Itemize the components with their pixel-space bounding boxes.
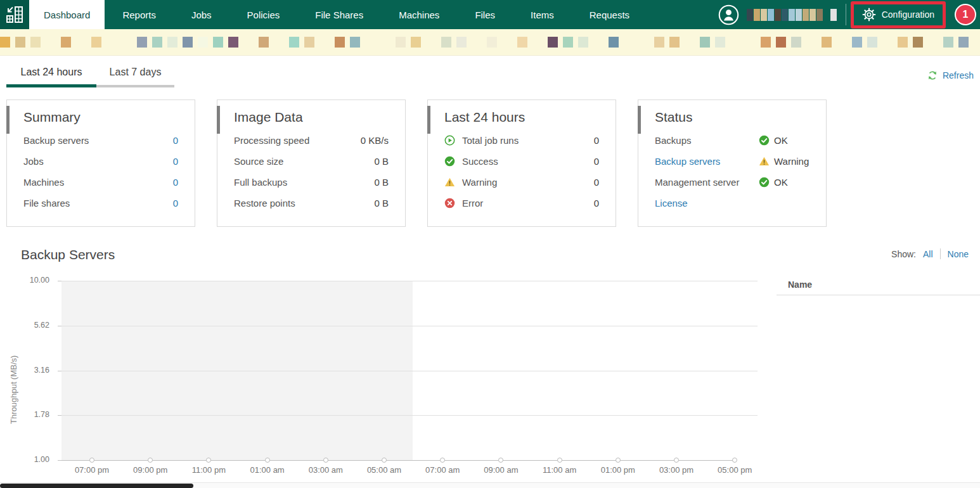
row-value[interactable]: 0 (173, 198, 178, 209)
x-axis-label: 05:00 am (356, 465, 413, 475)
warning-triangle-icon (759, 156, 770, 167)
status-text: Warning (774, 156, 809, 167)
x-axis-line (61, 460, 736, 461)
redacted-username-block (796, 9, 802, 21)
status-text: OK (774, 177, 788, 188)
throughput-chart: Throughput (MB/s) 10.005.623.161.781.000… (0, 276, 773, 485)
status-row-management-server: Management serverOK (638, 172, 826, 193)
redacted-breadcrumb-strip (0, 29, 980, 56)
row-value[interactable]: 0 (173, 156, 178, 167)
tab-last-24-hours[interactable]: Last 24 hours (6, 67, 96, 78)
app-logo-icon (5, 5, 24, 24)
card-title: Status (655, 108, 826, 126)
redacted-strip-block (137, 37, 147, 48)
last-24-hours-row-success: Success0 (428, 151, 616, 172)
app-logo[interactable] (0, 0, 29, 29)
row-value: 0 (594, 198, 599, 209)
redacted-username (747, 9, 837, 21)
redacted-strip-block (213, 37, 223, 48)
redacted-strip-block (350, 37, 360, 48)
x-axis-label: 09:00 pm (122, 465, 179, 475)
horizontal-scrollbar-thumb[interactable] (0, 484, 193, 488)
nav-tabs: DashboardReportsJobsPoliciesFile SharesM… (29, 0, 647, 29)
row-value: 0 B (374, 177, 389, 188)
y-axis-label: 10.00 (11, 276, 49, 285)
redacted-username-block (809, 9, 816, 21)
image-data-row-source-size: Source size0 B (217, 151, 405, 172)
refresh-button[interactable]: Refresh (927, 70, 974, 80)
status-group: OK (759, 135, 788, 146)
data-point-marker (674, 458, 679, 463)
chart-gridline (61, 371, 758, 371)
row-label[interactable]: Backup servers (655, 156, 720, 167)
row-label: Full backups (234, 177, 287, 188)
card-title: Image Data (234, 108, 405, 126)
nav-tab-policies[interactable]: Policies (229, 0, 298, 29)
nav-tab-jobs[interactable]: Jobs (174, 0, 229, 29)
success-circle-icon (444, 156, 455, 167)
image-data-row-processing-speed: Processing speed0 KB/s (217, 130, 405, 151)
redacted-username-block (789, 9, 795, 21)
redacted-strip-block (700, 37, 710, 48)
show-all-link[interactable]: All (923, 249, 933, 259)
row-label: Backups (655, 135, 692, 146)
status-row-backups: BackupsOK (638, 130, 826, 151)
redacted-strip-block (0, 37, 10, 48)
row-label: Management server (655, 177, 739, 188)
row-value: 0 (594, 177, 599, 188)
data-point-marker (440, 458, 445, 463)
y-axis-tick (58, 371, 61, 371)
nav-tab-files[interactable]: Files (457, 0, 513, 29)
x-axis-label: 05:00 pm (706, 465, 763, 475)
row-label: Restore points (234, 198, 295, 209)
row-value: 0 (594, 135, 599, 146)
redacted-strip-block (943, 37, 953, 48)
nav-tab-machines[interactable]: Machines (381, 0, 457, 29)
x-axis-label: 11:00 pm (180, 465, 237, 475)
x-axis-label: 03:00 pm (648, 465, 705, 475)
row-label: Source size (234, 156, 283, 167)
nav-tab-requests[interactable]: Requests (572, 0, 647, 29)
summary-row-machines: Machines0 (7, 172, 195, 193)
success-circle-icon (759, 135, 770, 146)
notification-badge[interactable]: 1 (955, 4, 976, 25)
redacted-strip-block (304, 37, 314, 48)
redacted-strip-block (791, 37, 801, 48)
redacted-strip-block (563, 37, 573, 48)
refresh-icon (927, 70, 938, 80)
chart-gridline (61, 281, 758, 281)
nav-tab-dashboard[interactable]: Dashboard (29, 0, 105, 29)
nav-right: Configuration 1 (718, 0, 980, 29)
row-value: 0 KB/s (361, 135, 389, 146)
x-axis-label: 09:00 am (472, 465, 529, 475)
redacted-strip-block (654, 37, 664, 48)
card-status: StatusBackupsOKBackup serversWarningMana… (638, 100, 827, 227)
data-point-marker (148, 458, 153, 463)
refresh-label: Refresh (943, 70, 974, 80)
row-value: 0 (594, 156, 599, 167)
show-none-link[interactable]: None (948, 249, 969, 259)
horizontal-scrollbar-track[interactable] (0, 482, 980, 488)
redacted-strip-block (289, 37, 299, 48)
redacted-strip-block (411, 37, 421, 48)
nav-tab-items[interactable]: Items (513, 0, 572, 29)
data-point-marker (382, 458, 387, 463)
redacted-strip-block (456, 37, 467, 48)
row-value[interactable]: 0 (173, 135, 178, 146)
x-axis-label: 07:00 pm (63, 465, 120, 475)
nav-tab-file-shares[interactable]: File Shares (297, 0, 381, 29)
tab-last-7-days[interactable]: Last 7 days (103, 67, 168, 78)
last-24-hours-row-total-job-runs: Total job runs0 (428, 130, 616, 151)
card-last-24-hours: Last 24 hoursTotal job runs0Success0Warn… (427, 100, 616, 227)
y-axis-label: 1.78 (11, 410, 49, 419)
row-value: 0 B (374, 156, 389, 167)
nav-tab-reports[interactable]: Reports (105, 0, 174, 29)
redacted-strip-block (913, 37, 923, 48)
row-label[interactable]: License (655, 198, 688, 209)
x-axis-label: 03:00 am (297, 465, 354, 475)
configuration-button[interactable]: Configuration (851, 1, 946, 29)
user-avatar[interactable] (718, 4, 739, 25)
row-value[interactable]: 0 (173, 177, 178, 188)
redacted-strip-block (259, 37, 269, 48)
y-axis-label: 5.62 (11, 321, 49, 330)
